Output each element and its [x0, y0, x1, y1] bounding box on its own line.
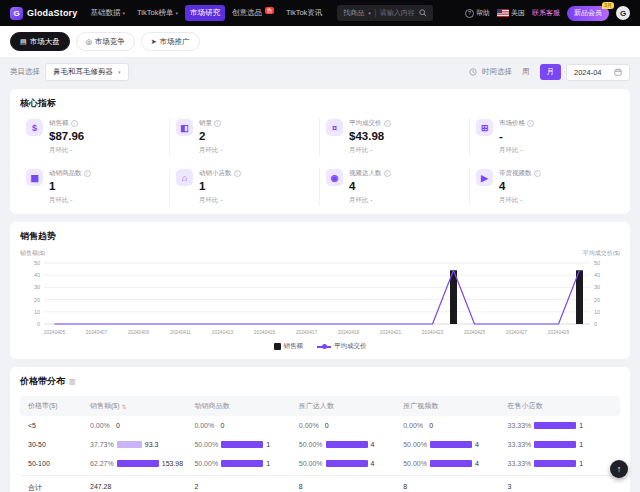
back-to-top-button[interactable]: ↑ [610, 460, 628, 478]
date-picker[interactable]: 2024-04 [566, 64, 630, 81]
core-metrics-title: 核心指标 [20, 97, 620, 110]
svg-text:30: 30 [594, 284, 600, 290]
sort-icon[interactable]: ⇅ [122, 403, 127, 410]
metric-label: 市场价格 i [499, 119, 534, 128]
table-cell: 62.27%153.98 [90, 460, 194, 467]
nav-item-3[interactable]: 市场研究 [185, 5, 225, 21]
axis-labels: 销售额($) 平均成交价($) [20, 249, 620, 258]
trend-legend: 销售额平均成交价 [20, 342, 620, 351]
avg-deal-price-icon: ¤ [326, 119, 343, 136]
sales-trend-card: 销售趋势 销售额($) 平均成交价($) 0010102020303040405… [10, 222, 630, 359]
table-cell: 0.00%0 [403, 422, 507, 429]
tab-3[interactable]: ➤市场推广 [141, 32, 200, 51]
search-box[interactable]: 找商品 ▾ 请输入内容 [337, 5, 433, 21]
metric-label: 带货视频数 i [499, 169, 541, 178]
avatar[interactable]: G [616, 6, 630, 20]
week-toggle[interactable]: 周 [517, 64, 535, 80]
band-label: <5 [28, 422, 90, 429]
chevron-down-icon: ▾ [175, 10, 178, 16]
nav-item-label: 创意选品 [232, 8, 262, 18]
svg-text:20240429: 20240429 [548, 330, 570, 335]
info-icon[interactable]: i [384, 170, 391, 177]
nav-item-label: 基础数据 [91, 8, 121, 18]
distribution-icon: ▥ [69, 378, 76, 386]
nav-item-5[interactable]: TikTok资讯 [281, 5, 327, 21]
info-icon[interactable]: i [527, 120, 534, 127]
table-row: 50-10062.27%153.9850.00%150.00%450.00%43… [20, 454, 620, 473]
column-header-4: 推广达人数 [299, 401, 403, 411]
y-left-axis-label: 销售额($) [20, 249, 45, 258]
active-shops-icon: ⌂ [176, 169, 193, 186]
chevron-down-icon: ▾ [118, 69, 121, 75]
column-header-2[interactable]: 销售额($)⇅ [90, 401, 194, 411]
nav-item-1[interactable]: 基础数据▾ [86, 5, 131, 21]
legend-item[interactable]: 平均成交价 [317, 342, 367, 351]
info-icon[interactable]: i [84, 170, 91, 177]
sales-amount-icon: $ [26, 119, 43, 136]
table-cell: 50.00%4 [299, 460, 403, 467]
month-toggle[interactable]: 月 [540, 64, 562, 80]
brand-logo[interactable]: G GlodaStory [10, 7, 78, 20]
total-value: 3 [508, 483, 612, 492]
market-price-icon: ⊞ [476, 119, 493, 136]
svg-text:20240407: 20240407 [86, 330, 108, 335]
nav-item-2[interactable]: TikTok榜单▾ [132, 5, 183, 21]
info-icon[interactable]: i [384, 120, 391, 127]
svg-text:50: 50 [34, 260, 40, 266]
metric-active-shops: ⌂动销小店数 i1月环比 - [170, 168, 320, 206]
distribution-bar [326, 441, 368, 448]
distribution-bar [221, 460, 263, 467]
nav-menu: 基础数据▾TikTok榜单▾市场研究创意选品热TikTok资讯 [86, 5, 328, 21]
table-cell: 0.00%0 [90, 422, 194, 429]
info-icon[interactable]: i [234, 170, 241, 177]
y-right-axis-label: 平均成交价($) [583, 249, 620, 258]
metric-active-products: ▦动销商品数 i1月环比 - [20, 168, 170, 206]
column-header-1: 价格带($) [28, 401, 90, 411]
legend-line-swatch [317, 346, 331, 348]
tab-2[interactable]: ◎市场竞争 [76, 32, 135, 51]
brand-logo-icon: G [10, 7, 23, 20]
metric-market-price: ⊞市场价格 i-月环比 - [470, 118, 620, 156]
video-creators-icon: ◉ [326, 169, 343, 186]
nav-item-4[interactable]: 创意选品热 [227, 5, 279, 21]
search-input[interactable]: 请输入内容 [380, 8, 415, 18]
filter-bar: 类目选择 鼻毛和耳毛修剪器 ▾ 时间选择 周 月 2024-04 [0, 57, 640, 87]
priceband-total: 合计247.282883 [20, 475, 620, 492]
table-cell: 33.33%1 [508, 460, 612, 467]
metric-value: 4 [349, 180, 391, 192]
table-row: <50.00%00.00%00.00%00.00%033.33%1 [20, 416, 620, 435]
metric-mom: 月环比 - [176, 146, 313, 155]
vip-membership-button[interactable]: 新品会员 3月 [567, 6, 609, 21]
metric-value: $43.98 [349, 130, 391, 142]
contact-support-button[interactable]: 联系客服 [532, 8, 560, 18]
info-icon[interactable]: i [534, 170, 541, 177]
clock-icon [469, 68, 477, 76]
help-button[interactable]: ? 帮助 [465, 8, 490, 18]
category-select[interactable]: 鼻毛和耳毛修剪器 ▾ [45, 63, 129, 81]
metric-label: 视频达人数 i [349, 169, 391, 178]
column-header-3: 动销商品数 [194, 401, 298, 411]
svg-text:10: 10 [594, 309, 600, 315]
svg-text:0: 0 [594, 321, 597, 327]
table-row: 30-5037.73%93.350.00%150.00%450.00%433.3… [20, 435, 620, 454]
distribution-bar [534, 460, 576, 467]
search-icon[interactable] [419, 9, 427, 17]
tab-1[interactable]: ▤市场大盘 [10, 32, 70, 51]
band-label: 30-50 [28, 441, 90, 448]
table-cell: 50.00%1 [194, 441, 298, 448]
info-icon[interactable]: i [71, 120, 78, 127]
price-band-title: 价格带分布 [20, 375, 65, 388]
total-value: 8 [299, 483, 403, 492]
search-category-select[interactable]: 找商品 [343, 8, 364, 18]
metric-mom: 月环比 - [26, 146, 163, 155]
metric-label: 销量 i [199, 119, 221, 128]
active-products-icon: ▦ [26, 169, 43, 186]
info-icon[interactable]: i [214, 120, 221, 127]
table-cell: 0.00%0 [299, 422, 403, 429]
metric-sales-volume: ◧销量 i2月环比 - [170, 118, 320, 156]
distribution-bar [326, 460, 368, 467]
country-selector[interactable]: 美国 [497, 8, 525, 18]
svg-text:20: 20 [594, 297, 600, 303]
svg-text:20240417: 20240417 [296, 330, 318, 335]
legend-item[interactable]: 销售额 [274, 342, 304, 351]
